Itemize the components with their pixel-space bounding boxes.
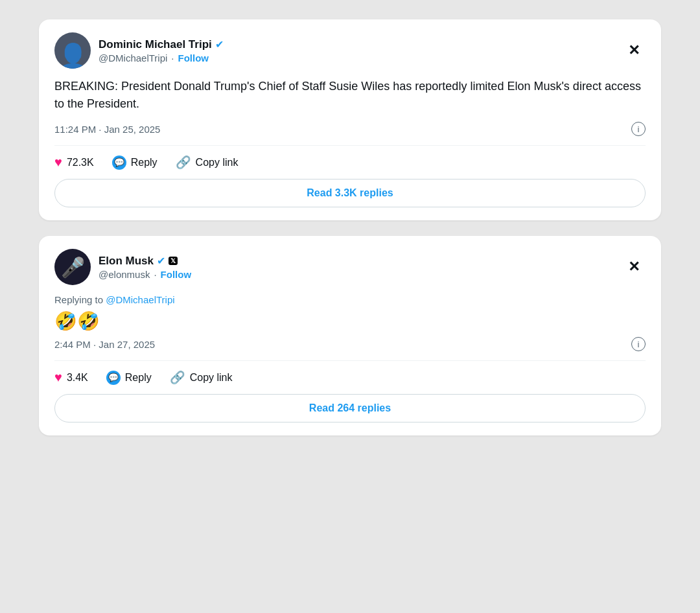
divider-1 <box>54 145 646 146</box>
divider-2 <box>54 360 646 361</box>
user-name-row-2: Elon Musk ✔ 𝕏 <box>99 255 191 268</box>
read-replies-button-1[interactable]: Read 3.3K replies <box>54 179 646 207</box>
link-icon-1: 🔗 <box>176 155 191 170</box>
tweet-header-1: 👤 Dominic Michael Tripi ✔ @DMichaelTripi… <box>54 32 646 69</box>
replying-to-label: Replying to @DMichaelTripi <box>54 294 646 305</box>
avatar-elon: 🎤 <box>54 249 91 285</box>
like-count-1: 72.3K <box>67 157 94 168</box>
user-info-2: Elon Musk ✔ 𝕏 @elonmusk · Follow <box>99 255 191 280</box>
tweet-timestamp-2: 2:44 PM · Jan 27, 2025 <box>54 339 155 350</box>
x-menu-button-2[interactable]: ✕ <box>622 255 646 279</box>
reply-action-1[interactable]: 💬 Reply <box>112 156 158 170</box>
dot-separator-1: · <box>171 52 174 64</box>
avatar-dominic: 👤 <box>54 32 91 69</box>
username-1: Dominic Michael Tripi <box>99 38 212 51</box>
tweet-card-2: 🎤 Elon Musk ✔ 𝕏 @elonmusk · Follow ✕ Rep… <box>39 236 661 435</box>
like-count-2: 3.4K <box>67 372 88 384</box>
reply-action-2[interactable]: 💬 Reply <box>106 371 152 385</box>
tweet-body-2: 🤣🤣 <box>54 310 646 332</box>
x-logo-icon-2: ✕ <box>628 260 640 274</box>
elon-avatar-emoji: 🎤 <box>61 256 85 279</box>
user-name-row-1: Dominic Michael Tripi ✔ <box>99 38 224 51</box>
x-menu-button-1[interactable]: ✕ <box>622 39 646 62</box>
tweet-body-1: BREAKING: President Donald Trump's Chief… <box>54 78 646 113</box>
x-badge-elon: 𝕏 <box>169 257 178 265</box>
info-icon-1[interactable]: i <box>631 122 646 136</box>
heart-icon-1: ♥ <box>54 155 62 170</box>
verified-badge-1: ✔ <box>215 38 224 51</box>
x-logo-icon-1: ✕ <box>628 43 640 58</box>
user-info-1: Dominic Michael Tripi ✔ @DMichaelTripi ·… <box>99 38 224 64</box>
tweet-header-2: 🎤 Elon Musk ✔ 𝕏 @elonmusk · Follow ✕ <box>54 249 646 285</box>
like-action-2[interactable]: ♥ 3.4K <box>54 370 88 385</box>
tweet-header-left-2: 🎤 Elon Musk ✔ 𝕏 @elonmusk · Follow <box>54 249 191 285</box>
username-2: Elon Musk <box>99 255 154 268</box>
user-handle-row-2: @elonmusk · Follow <box>99 269 191 280</box>
handle-2: @elonmusk <box>99 269 150 280</box>
tweet-meta-1: 11:24 PM · Jan 25, 2025 i <box>54 122 646 136</box>
tweet-meta-2: 2:44 PM · Jan 27, 2025 i <box>54 337 646 351</box>
copy-link-label-1: Copy link <box>196 157 239 168</box>
follow-button-2[interactable]: Follow <box>161 269 192 280</box>
like-action-1[interactable]: ♥ 72.3K <box>54 155 94 170</box>
tweet-actions-1: ♥ 72.3K 💬 Reply 🔗 Copy link <box>54 155 646 170</box>
follow-button-1[interactable]: Follow <box>178 52 209 64</box>
reply-bubble-icon-1: 💬 <box>112 156 126 170</box>
tweet-header-left-1: 👤 Dominic Michael Tripi ✔ @DMichaelTripi… <box>54 32 224 69</box>
copy-link-label-2: Copy link <box>190 372 233 384</box>
dot-separator-2: · <box>154 269 156 280</box>
replying-to-handle[interactable]: @DMichaelTripi <box>106 294 174 305</box>
reply-bubble-icon-2: 💬 <box>106 371 121 385</box>
copy-link-action-2[interactable]: 🔗 Copy link <box>170 370 233 385</box>
verified-badge-2: ✔ <box>157 255 165 267</box>
reply-label-2: Reply <box>125 372 152 384</box>
link-icon-2: 🔗 <box>170 370 185 385</box>
tweet-card-1: 👤 Dominic Michael Tripi ✔ @DMichaelTripi… <box>39 19 661 220</box>
heart-icon-2: ♥ <box>54 370 62 385</box>
handle-1: @DMichaelTripi <box>99 52 167 64</box>
tweet-timestamp-1: 11:24 PM · Jan 25, 2025 <box>54 124 160 135</box>
read-replies-button-2[interactable]: Read 264 replies <box>54 394 646 422</box>
user-handle-row-1: @DMichaelTripi · Follow <box>99 52 224 64</box>
tweet-actions-2: ♥ 3.4K 💬 Reply 🔗 Copy link <box>54 370 646 385</box>
reply-label-1: Reply <box>131 157 158 168</box>
copy-link-action-1[interactable]: 🔗 Copy link <box>176 155 239 170</box>
info-icon-2[interactable]: i <box>631 337 646 351</box>
